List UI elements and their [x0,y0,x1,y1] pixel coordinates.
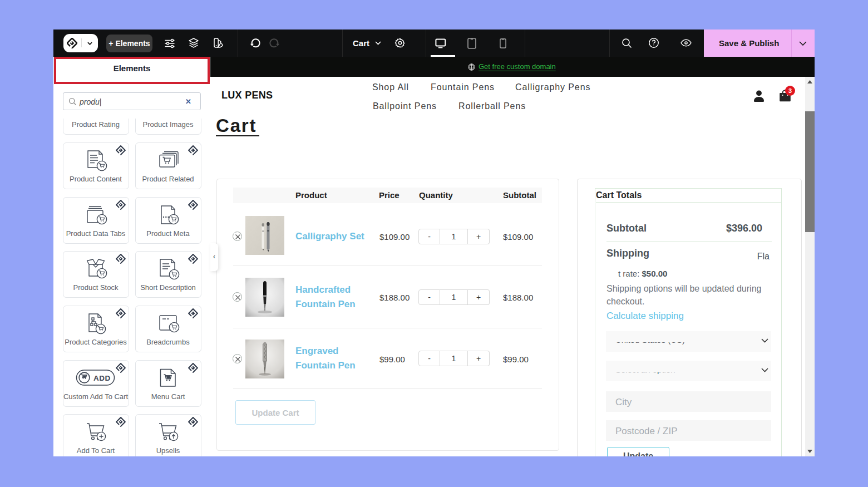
svg-text:ADD: ADD [93,373,111,382]
